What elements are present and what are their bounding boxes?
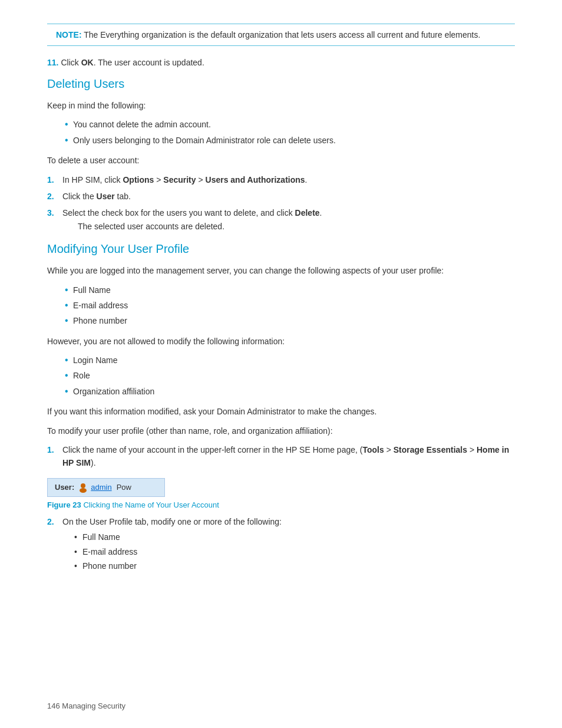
delete-step-3: 3. Select the check box for the users yo… — [47, 206, 515, 235]
step2-bullet-item: Full Name — [74, 531, 515, 543]
delete-step-2: 2. Click the User tab. — [47, 190, 515, 203]
delete-step-2-num: 2. — [47, 190, 60, 203]
can-modify-item: E-mail address — [65, 299, 515, 312]
svg-point-1 — [80, 488, 87, 493]
modify-step-2-content: On the User Profile tab, modify one or m… — [62, 515, 515, 575]
page: NOTE: The Everything organization is the… — [0, 0, 562, 728]
modify-step-1-num: 1. — [47, 443, 60, 470]
step-11: 11.Click OK. The user account is updated… — [47, 57, 515, 69]
step-11-bold: OK — [81, 58, 94, 67]
modify-step-2-num: 2. — [47, 515, 60, 575]
note-box: NOTE: The Everything organization is the… — [47, 24, 515, 46]
note-body: The Everything organization is the defau… — [84, 30, 480, 39]
deleting-users-intro: Keep in mind the following: — [47, 99, 515, 112]
figure-caption-text: Clicking the Name of Your User Account — [81, 500, 219, 509]
can-modify-list: Full Name E-mail address Phone number — [65, 284, 515, 328]
figure-23-container: User: admin Pow Figure 23 Clicking the N… — [47, 478, 515, 509]
modify-step-1-content: Click the name of your account in the up… — [62, 443, 515, 470]
footer-page-num: 146 — [47, 701, 60, 710]
figure-caption: Figure 23 Clicking the Name of Your User… — [47, 500, 515, 509]
step2-bullets: Full Name E-mail address Phone number — [74, 531, 515, 572]
user-label: User: — [55, 483, 74, 492]
cannot-modify-item: Role — [65, 369, 515, 382]
cannot-intro: However, you are not allowed to modify t… — [47, 335, 515, 348]
can-modify-item: Phone number — [65, 314, 515, 327]
footer-text: Managing Security — [62, 701, 125, 710]
step-11-text2: . The user account is updated. — [94, 58, 204, 67]
delete-step-3-num: 3. — [47, 206, 60, 235]
deleting-steps: 1. In HP SIM, click Options > Security >… — [47, 173, 515, 236]
admin-link[interactable]: admin — [91, 483, 111, 492]
delete-step-1-content: In HP SIM, click Options > Security > Us… — [62, 173, 515, 186]
can-modify-item: Full Name — [65, 284, 515, 297]
modify-step-2: 2. On the User Profile tab, modify one o… — [47, 515, 515, 575]
figure-caption-bold: Figure 23 — [47, 500, 81, 509]
svg-point-0 — [81, 483, 85, 488]
user-icon — [78, 482, 88, 493]
deleting-users-bullets: You cannot delete the admin account. Onl… — [65, 118, 515, 147]
modify-steps: 1. Click the name of your account in the… — [47, 443, 515, 470]
to-delete-text: To delete a user account: — [47, 154, 515, 167]
delete-step-3-content: Select the check box for the users you w… — [62, 206, 515, 235]
modifying-intro: While you are logged into the management… — [47, 264, 515, 277]
cannot-modify-item: Organization affiliation — [65, 385, 515, 398]
delete-step-3-subnote: The selected user accounts are deleted. — [78, 220, 515, 233]
modify-steps-2: 2. On the User Profile tab, modify one o… — [47, 515, 515, 575]
modifying-heading: Modifying Your User Profile — [47, 242, 515, 256]
delete-step-1-num: 1. — [47, 173, 60, 186]
cannot-modify-item: Login Name — [65, 354, 515, 367]
figure-23-image: User: admin Pow — [47, 478, 165, 497]
delete-step-1: 1. In HP SIM, click Options > Security >… — [47, 173, 515, 186]
pow-text: Pow — [117, 483, 131, 492]
bullet-item: Only users belonging to the Domain Admin… — [65, 134, 515, 147]
step-11-text: Click — [61, 58, 81, 67]
step-11-number: 11. — [47, 58, 58, 67]
deleting-users-heading: Deleting Users — [47, 77, 515, 91]
step2-bullet-item: E-mail address — [74, 545, 515, 558]
delete-step-2-content: Click the User tab. — [62, 190, 515, 203]
note-label: NOTE: — [56, 30, 82, 39]
modify-step-1: 1. Click the name of your account in the… — [47, 443, 515, 470]
cannot-modify-list: Login Name Role Organization affiliation — [65, 354, 515, 398]
page-footer: 146 Managing Security — [47, 701, 125, 710]
admin-note: If you want this information modified, a… — [47, 405, 515, 418]
step2-bullet-item: Phone number — [74, 559, 515, 572]
to-modify-text: To modify your user profile (other than … — [47, 424, 515, 437]
bullet-item: You cannot delete the admin account. — [65, 118, 515, 131]
